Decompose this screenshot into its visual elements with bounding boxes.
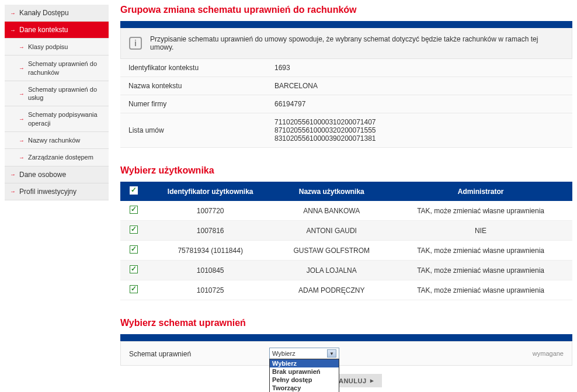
user-admin: TAK, może zmieniać własne uprawnienia xyxy=(389,201,572,221)
arrow-icon: → xyxy=(19,90,25,98)
table-row: 75781934 (1011844)GUSTAW GOLFSTROMTAK, m… xyxy=(120,241,572,261)
sidebar-item-context[interactable]: →Dane kontekstu xyxy=(5,22,109,39)
dropdown-option[interactable]: Wybierz xyxy=(270,359,339,367)
sidebar: →Kanały Dostępu →Dane kontekstu →Klasy p… xyxy=(5,5,109,387)
users-table: Identyfikator użytkownika Nazwa użytkown… xyxy=(120,182,572,300)
select-all-checkbox[interactable] xyxy=(130,186,138,195)
chevron-right-icon: ▸ xyxy=(370,377,374,384)
context-id-value: 1693 xyxy=(266,59,572,77)
context-name-value: BARCELONA xyxy=(266,77,572,95)
sidebar-item-label: Schematy uprawnień do rachunków xyxy=(28,60,103,77)
user-checkbox[interactable] xyxy=(130,226,138,234)
col-name: Nazwa użytkownika xyxy=(274,182,389,201)
info-text: Przypisanie schematu uprawnień do umowy … xyxy=(150,35,564,51)
user-id: 1007816 xyxy=(147,221,274,241)
arrow-icon: → xyxy=(19,137,25,144)
context-company-label: Numer firmy xyxy=(120,95,266,113)
header-bar-2 xyxy=(120,334,572,341)
schema-label: Schemat uprawnień xyxy=(129,348,258,358)
arrow-icon: → xyxy=(10,10,16,16)
context-table: Identyfikator kontekstu1693 Nazwa kontek… xyxy=(120,59,572,148)
sidebar-item-label: Nazwy rachunków xyxy=(28,136,80,144)
dropdown-option[interactable]: Pełny dostęp xyxy=(270,376,339,384)
user-name: ANNA BANKOWA xyxy=(274,201,389,221)
sidebar-item-access-mgmt[interactable]: →Zarządzanie dostępem xyxy=(5,149,109,166)
context-company-value: 66194797 xyxy=(266,95,572,113)
user-checkbox[interactable] xyxy=(130,245,138,254)
sidebar-item-label: Dane osobowe xyxy=(19,171,66,179)
header-bar xyxy=(120,21,572,28)
table-row: 1007816ANTONI GAUDINIE xyxy=(120,221,572,241)
arrow-icon: → xyxy=(10,188,16,195)
table-row: 1010725ADAM PODRĘCZNYTAK, może zmieniać … xyxy=(120,280,572,300)
sidebar-item-label: Zarządzanie dostępem xyxy=(28,153,93,161)
sidebar-item-account-names[interactable]: →Nazwy rachunków xyxy=(5,132,109,149)
col-id: Identyfikator użytkownika xyxy=(147,182,274,201)
dropdown-option[interactable]: Tworzący xyxy=(270,384,339,392)
col-admin: Administrator xyxy=(389,182,572,201)
schema-select[interactable]: Wybierz ▼ WybierzBrak uprawnieńPełny dos… xyxy=(269,348,339,359)
sidebar-item-account-schemes[interactable]: →Schematy uprawnień do rachunków xyxy=(5,55,109,81)
sidebar-item-label: Schematy uprawnień do usług xyxy=(28,85,103,102)
user-checkbox[interactable] xyxy=(130,206,138,214)
context-name-label: Nazwa kontekstu xyxy=(120,77,266,95)
sidebar-item-label: Profil inwestycyjny xyxy=(19,188,77,196)
chevron-down-icon[interactable]: ▼ xyxy=(327,349,336,358)
info-icon: i xyxy=(129,37,142,50)
schema-title: Wybierz schemat uprawnień xyxy=(120,318,572,328)
sidebar-item-label: Schematy podpisywania operacji xyxy=(28,110,103,127)
table-row: 1007720ANNA BANKOWATAK, może zmieniać wł… xyxy=(120,201,572,221)
arrow-icon: → xyxy=(19,154,25,161)
arrow-icon: → xyxy=(10,27,16,33)
user-admin: TAK, może zmieniać własne uprawnienia xyxy=(389,280,572,300)
user-name: ANTONI GAUDI xyxy=(274,221,389,241)
user-name: ADAM PODRĘCZNY xyxy=(274,280,389,300)
sidebar-item-label: Dane kontekstu xyxy=(19,26,68,34)
table-row: 1010845JOLA LOJALNATAK, może zmieniać wł… xyxy=(120,261,572,280)
schema-box: Schemat uprawnień Wybierz ▼ WybierzBrak … xyxy=(120,341,572,366)
context-contracts-value: 71102055610000310200071407 8710205561000… xyxy=(266,113,572,148)
user-checkbox[interactable] xyxy=(130,285,138,293)
info-box: i Przypisanie schematu uprawnień do umow… xyxy=(120,28,572,59)
action-row: ▶ ANULUJ▸ xyxy=(120,374,572,387)
user-name: GUSTAW GOLFSTROM xyxy=(274,241,389,261)
main-content: Grupowa zmiana schematu uprawnień do rac… xyxy=(120,5,572,387)
sidebar-item-signature-classes[interactable]: →Klasy podpisu xyxy=(5,39,109,55)
select-value: Wybierz xyxy=(272,350,296,357)
user-id: 1007720 xyxy=(147,201,274,221)
user-admin: TAK, może zmieniać własne uprawnienia xyxy=(389,261,572,280)
user-id: 1010725 xyxy=(147,280,274,300)
page-title: Grupowa zmiana schematu uprawnień do rac… xyxy=(120,5,572,15)
arrow-icon: → xyxy=(19,43,25,51)
user-id: 75781934 (1011844) xyxy=(147,241,274,261)
user-checkbox[interactable] xyxy=(130,265,138,273)
select-head[interactable]: Wybierz ▼ xyxy=(269,348,339,359)
user-admin: TAK, może zmieniać własne uprawnienia xyxy=(389,241,572,261)
sidebar-item-label: Klasy podpisu xyxy=(28,43,68,51)
cancel-label: ANULUJ xyxy=(339,377,367,384)
sidebar-item-channels[interactable]: →Kanały Dostępu xyxy=(5,5,109,22)
sidebar-item-label: Kanały Dostępu xyxy=(19,9,69,17)
users-title: Wybierz użytkownika xyxy=(120,165,572,176)
arrow-icon: → xyxy=(19,115,25,123)
arrow-icon: → xyxy=(10,171,16,178)
sidebar-item-signing-schemes[interactable]: →Schematy podpisywania operacji xyxy=(5,106,109,132)
arrow-icon: → xyxy=(19,64,25,72)
user-name: JOLA LOJALNA xyxy=(274,261,389,280)
dropdown-option[interactable]: Brak uprawnień xyxy=(270,367,339,376)
sidebar-item-service-schemes[interactable]: →Schematy uprawnień do usług xyxy=(5,81,109,107)
schema-dropdown: WybierzBrak uprawnieńPełny dostępTworząc… xyxy=(269,359,339,392)
context-id-label: Identyfikator kontekstu xyxy=(120,59,266,77)
user-admin: NIE xyxy=(389,221,572,241)
sidebar-item-personal-data[interactable]: →Dane osobowe xyxy=(5,166,109,183)
context-contracts-label: Lista umów xyxy=(120,113,266,148)
user-id: 1010845 xyxy=(147,261,274,280)
schema-required: wymagane xyxy=(533,348,564,357)
sidebar-item-invest-profile[interactable]: →Profil inwestycyjny xyxy=(5,183,109,200)
